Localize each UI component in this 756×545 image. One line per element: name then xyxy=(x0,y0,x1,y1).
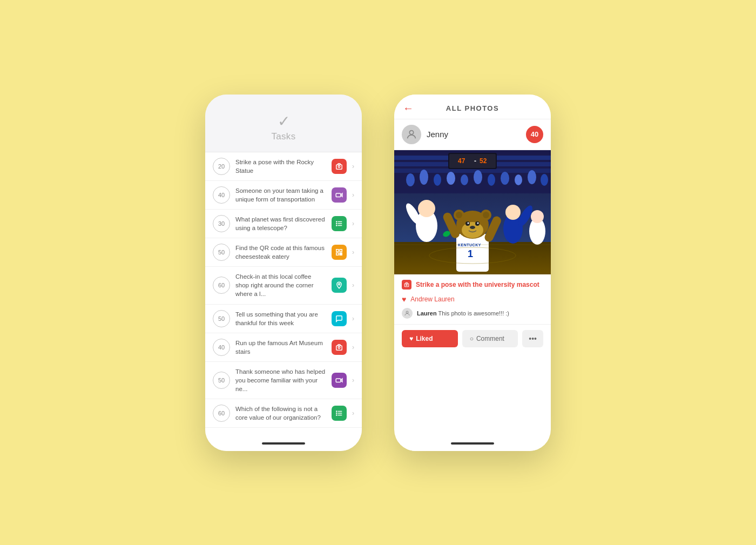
chevron-right-icon: › xyxy=(352,281,354,289)
comment-button[interactable]: ○ Comment xyxy=(462,330,518,347)
tasks-list: 20 Strike a pose with the Rocky Statue ›… xyxy=(205,152,362,438)
user-name: Jenny xyxy=(427,130,521,139)
task-item[interactable]: 40 Someone on your team taking a unique … xyxy=(205,181,362,210)
back-button[interactable]: ← xyxy=(403,102,414,115)
svg-rect-33 xyxy=(394,169,551,173)
photos-home-bar-area xyxy=(394,438,551,451)
task-item[interactable]: 50 Find the QR code at this famous chees… xyxy=(205,238,362,267)
avatar xyxy=(402,125,421,144)
comment-btn-label: Comment xyxy=(476,335,504,342)
svg-point-8 xyxy=(336,223,337,224)
svg-point-67 xyxy=(468,222,469,224)
home-bar xyxy=(262,442,305,445)
task-text: Find the QR code at this famous cheesest… xyxy=(235,244,326,261)
svg-point-39 xyxy=(474,170,482,184)
task-item[interactable]: 60 Which of the following is not a core … xyxy=(205,399,362,428)
phones-container: ✓ Tasks 20 Strike a pose with the Rocky … xyxy=(205,95,551,451)
comment-row: Lauren This photo is awesome!!! :) xyxy=(402,306,543,321)
chevron-right-icon: › xyxy=(352,163,354,170)
chevron-right-icon: › xyxy=(352,344,354,351)
task-text: Tell us something that you are thankful … xyxy=(235,310,326,327)
svg-point-28 xyxy=(409,130,413,134)
liked-heart-icon: ♥ xyxy=(409,335,413,342)
comment-content: This photo is awesome!!! :) xyxy=(438,310,509,317)
photos-home-bar xyxy=(451,442,494,445)
svg-rect-2 xyxy=(336,193,341,197)
task-points: 40 xyxy=(213,339,230,356)
task-item[interactable]: 40 Run up the famous Art Museum stairs › xyxy=(205,333,362,362)
more-button[interactable]: ••• xyxy=(522,330,543,347)
svg-rect-12 xyxy=(336,253,339,255)
svg-point-80 xyxy=(406,311,408,313)
svg-point-38 xyxy=(461,174,468,185)
task-text: Strike a pose with the Rocky Statue xyxy=(235,158,326,175)
right-phone: ← ALL PHOTOS Jenny 40 xyxy=(394,95,551,451)
svg-point-68 xyxy=(477,222,479,224)
action-buttons-row: ♥ Liked ○ Comment ••• xyxy=(394,324,551,353)
svg-point-25 xyxy=(336,411,337,412)
task-icon-location xyxy=(332,278,347,293)
svg-point-27 xyxy=(336,415,337,415)
svg-rect-10 xyxy=(336,250,339,252)
task-points: 60 xyxy=(213,277,230,294)
action-title-text: Strike a pose with the university mascot xyxy=(416,281,539,288)
chevron-right-icon: › xyxy=(352,248,354,256)
chevron-right-icon: › xyxy=(352,376,354,384)
svg-point-43 xyxy=(528,170,536,184)
svg-point-62 xyxy=(456,212,462,218)
task-points: 50 xyxy=(213,372,230,389)
task-item[interactable]: 30 What planet was first discovered usin… xyxy=(205,210,362,238)
task-points: 20 xyxy=(213,158,230,175)
task-icon-camera2 xyxy=(332,340,347,355)
task-points: 50 xyxy=(213,244,230,261)
task-item[interactable]: 20 Strike a pose with the Rocky Statue › xyxy=(205,152,362,181)
comment-author: Lauren xyxy=(417,310,437,317)
task-icon-qr xyxy=(332,245,347,260)
task-points: 50 xyxy=(213,310,230,327)
checkmark-icon: ✓ xyxy=(278,114,290,129)
photo-area: 47 - 52 KENTUCKY 1 xyxy=(394,150,551,274)
svg-rect-46 xyxy=(449,154,496,168)
chevron-right-icon: › xyxy=(352,409,354,417)
svg-point-26 xyxy=(336,413,337,414)
action-icon xyxy=(402,280,411,290)
svg-point-17 xyxy=(339,284,340,285)
svg-point-44 xyxy=(541,174,548,186)
svg-rect-16 xyxy=(340,254,341,255)
task-text: Which of the following is not a core val… xyxy=(235,405,326,422)
chevron-right-icon: › xyxy=(352,191,354,199)
svg-point-40 xyxy=(488,174,495,186)
task-item[interactable]: 50 Thank someone who has helped you beco… xyxy=(205,362,362,399)
svg-point-42 xyxy=(515,174,522,185)
likes-name: Andrew Lauren xyxy=(410,295,454,303)
svg-text:47: 47 xyxy=(458,157,465,165)
task-text: Thank someone who has helped you become … xyxy=(235,367,326,393)
svg-point-36 xyxy=(434,174,441,186)
task-item[interactable]: 60 Check-in at this local coffee shop ri… xyxy=(205,267,362,304)
action-section: Strike a pose with the university mascot… xyxy=(394,274,551,324)
svg-rect-11 xyxy=(340,250,342,252)
task-text: Check-in at this local coffee shop right… xyxy=(235,272,326,298)
svg-point-63 xyxy=(483,212,489,218)
commenter-avatar xyxy=(402,308,413,319)
tasks-header: ✓ Tasks xyxy=(205,95,362,152)
svg-point-35 xyxy=(420,170,428,185)
svg-point-7 xyxy=(336,221,337,222)
task-icon-list2 xyxy=(332,406,347,421)
liked-button[interactable]: ♥ Liked xyxy=(402,330,458,347)
task-text: Someone on your team taking a unique for… xyxy=(235,186,326,204)
task-text: What planet was first discovered using a… xyxy=(235,215,326,232)
task-icon-camera xyxy=(332,159,347,174)
task-icon-chat xyxy=(332,311,347,326)
svg-point-34 xyxy=(406,173,415,186)
task-icon-video2 xyxy=(332,373,347,388)
svg-text:1: 1 xyxy=(468,248,473,259)
svg-text:-: - xyxy=(474,157,476,165)
task-item[interactable]: 50 Tell us something that you are thankf… xyxy=(205,305,362,333)
comment-bubble-icon: ○ xyxy=(470,335,474,342)
likes-row: ♥ Andrew Lauren xyxy=(402,293,543,306)
left-phone: ✓ Tasks 20 Strike a pose with the Rocky … xyxy=(205,95,362,451)
svg-point-52 xyxy=(418,200,435,217)
task-icon-video xyxy=(332,187,347,203)
chevron-right-icon: › xyxy=(352,220,354,227)
